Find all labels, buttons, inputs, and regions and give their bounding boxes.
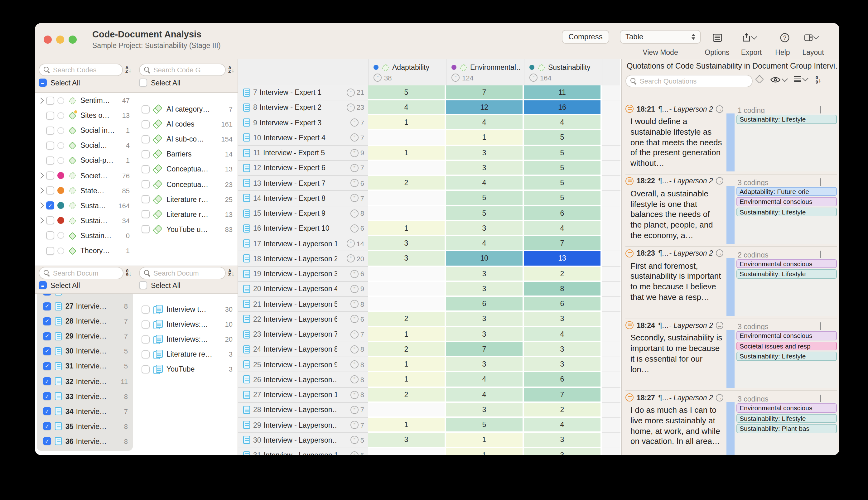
frequency-cell[interactable]: 1 (368, 418, 444, 432)
quotation-card[interactable]: 18:27¶…- Layperson 2→3 codingsI do as mu… (622, 391, 839, 455)
frequency-cell[interactable]: 3 (446, 357, 522, 371)
document-groups-select-all[interactable]: Select All (139, 281, 181, 289)
frequency-cell[interactable]: 4 (524, 115, 600, 129)
group-checkbox[interactable] (142, 165, 150, 173)
select-all-checkbox[interactable] (39, 281, 47, 289)
frequency-cell[interactable]: 5 (524, 191, 600, 205)
frequency-cell[interactable]: 4 (446, 115, 522, 129)
frequency-cell[interactable]: 4 (524, 221, 600, 235)
document-name-cell[interactable]: 10Interview - Expert 4 (238, 130, 340, 146)
group-checkbox[interactable] (142, 225, 150, 234)
frequency-cell[interactable]: 1 (368, 373, 444, 387)
compress-button[interactable]: Compress (562, 30, 609, 44)
column-header-sustainability[interactable]: Sustainability”164 (524, 59, 602, 85)
frequency-cell[interactable]: 3 (446, 221, 522, 235)
code-checkbox[interactable] (46, 201, 54, 209)
document-checkbox[interactable] (43, 407, 51, 415)
minimize-window-button[interactable] (56, 35, 64, 44)
document-name-cell[interactable]: 16Interview - Expert 10 (238, 221, 340, 237)
frequency-cell[interactable]: 6 (524, 206, 600, 220)
document-checkbox[interactable] (43, 438, 51, 445)
frequency-cell[interactable]: 3 (524, 342, 600, 356)
code-checkbox[interactable] (46, 186, 54, 194)
go-to-quotation-icon[interactable]: → (716, 177, 724, 185)
frequency-cell[interactable]: 7 (524, 387, 600, 401)
code-checkbox[interactable] (46, 217, 54, 225)
search-codes-field[interactable] (39, 64, 123, 76)
frequency-cell[interactable]: 6 (524, 297, 600, 311)
document-group-item[interactable]: Literature re…3 (135, 347, 238, 362)
frequency-cell[interactable]: 5 (446, 418, 522, 432)
column-header-adaptability[interactable]: Adaptability”38 (368, 59, 446, 85)
document-name-cell[interactable]: 26Interview - Layperson… (238, 373, 340, 388)
code-item[interactable]: Susta…164 (35, 198, 135, 213)
code-item[interactable]: Societ…76 (35, 168, 135, 183)
document-item[interactable]: 28Intervie…7 (37, 314, 133, 329)
document-item[interactable]: 35Intervie…8 (37, 419, 133, 434)
document-item[interactable]: 29Intervie…7 (37, 329, 133, 343)
document-name-cell[interactable]: 24Interview - Layperson 8 (238, 342, 340, 357)
document-checkbox[interactable] (43, 317, 51, 325)
frequency-cell[interactable]: 5 (446, 206, 522, 220)
frequency-cell[interactable]: 3 (446, 403, 522, 417)
group-checkbox[interactable] (142, 365, 150, 373)
document-name-cell[interactable]: 22Interview - Layperson 6 (238, 312, 340, 327)
quotation-card[interactable]: 18:21¶…- Layperson 2→1 codingI would def… (622, 103, 839, 173)
document-name-cell[interactable]: 28Interview - Layperson… (238, 403, 340, 418)
code-group-item[interactable]: YouTube u…83 (135, 222, 238, 237)
go-to-quotation-icon[interactable]: → (716, 394, 724, 401)
document-item[interactable]: 33Intervie…8 (37, 389, 133, 404)
document-checkbox[interactable] (43, 377, 51, 385)
document-checkbox[interactable] (43, 332, 51, 340)
frequency-cell[interactable] (368, 206, 444, 220)
document-name-cell[interactable]: 8Interview - Expert 2 (238, 100, 340, 116)
frequency-cell[interactable]: 2 (368, 176, 444, 190)
go-to-quotation-icon[interactable]: → (716, 322, 724, 329)
code-checkbox[interactable] (46, 141, 54, 150)
code-item[interactable]: Theory…1 (35, 243, 135, 258)
group-checkbox[interactable] (142, 195, 150, 203)
document-item[interactable] (37, 294, 133, 299)
frequency-cell[interactable]: 5 (368, 85, 444, 99)
document-item[interactable]: 30Intervie…5 (37, 344, 133, 359)
document-name-cell[interactable]: 30Interview - Layperson… (238, 433, 340, 448)
select-all-checkbox[interactable] (139, 79, 147, 87)
frequency-cell[interactable] (368, 282, 444, 296)
quotation-sort-button[interactable]: 09↓ (816, 76, 821, 84)
frequency-cell[interactable]: 11 (524, 85, 600, 99)
group-checkbox[interactable] (142, 350, 150, 359)
frequency-cell[interactable] (368, 161, 444, 175)
document-name-cell[interactable]: 15Interview - Expert 9 (238, 206, 340, 221)
frequency-cell[interactable]: 3 (446, 327, 522, 341)
group-checkbox[interactable] (142, 150, 150, 158)
quotation-card[interactable]: 18:22¶…- Layperson 2→3 codingsOverall, a… (622, 175, 839, 245)
document-name-cell[interactable]: 14Interview - Expert 8 (238, 191, 340, 206)
chevron-right-icon[interactable] (39, 173, 46, 178)
frequency-cell[interactable]: 1 (368, 221, 444, 235)
code-group-item[interactable]: Conceptua…23 (135, 177, 238, 192)
document-group-item[interactable]: Interview t…30 (135, 302, 238, 317)
help-button[interactable]: ? (778, 31, 791, 44)
codes-select-all[interactable]: Select All (39, 79, 80, 87)
code-group-item[interactable]: AI sub-co…154 (135, 132, 238, 147)
document-checkbox[interactable] (43, 422, 51, 431)
frequency-cell[interactable]: 5 (524, 130, 600, 145)
frequency-cell[interactable] (368, 191, 444, 205)
frequency-cell[interactable]: 3 (446, 146, 522, 160)
code-badge[interactable]: Environmental conscious (736, 197, 837, 206)
09-sort-icon[interactable]: 09↓ (126, 269, 132, 277)
view-mode-select[interactable]: Table (620, 30, 701, 44)
chevron-right-icon[interactable] (39, 203, 46, 208)
code-group-item[interactable]: Literature r…13 (135, 207, 238, 221)
search-documents-field[interactable] (39, 267, 123, 279)
az-sort-icon[interactable]: AZ↓ (228, 66, 235, 74)
select-all-checkbox[interactable] (139, 281, 147, 289)
document-name-cell[interactable]: 11Interview - Expert 5 (238, 146, 340, 161)
code-checkbox[interactable] (46, 231, 54, 240)
frequency-cell[interactable]: 3 (446, 266, 522, 281)
frequency-cell[interactable]: 3 (446, 312, 522, 326)
document-name-cell[interactable]: 25Interview - Layperson 9 (238, 357, 340, 373)
go-to-quotation-icon[interactable]: → (716, 249, 724, 257)
frequency-cell[interactable]: 2 (368, 342, 444, 356)
code-item[interactable]: Sustain…0 (35, 228, 135, 243)
